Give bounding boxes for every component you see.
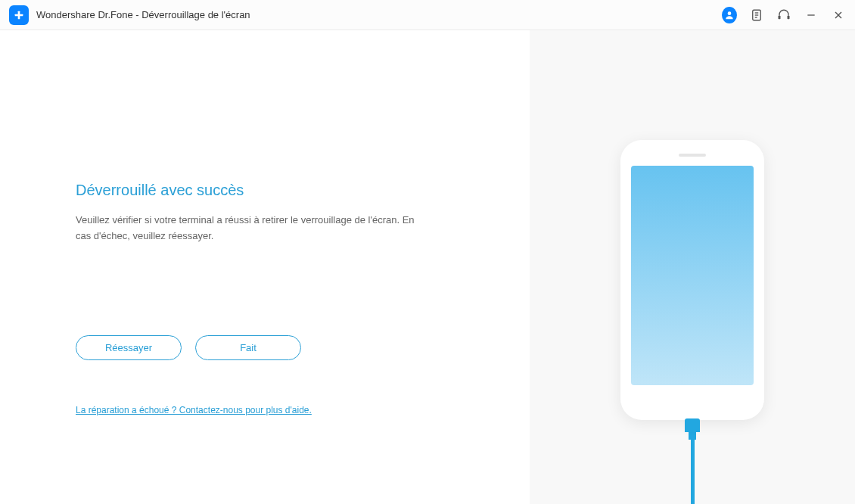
close-button[interactable]: [831, 8, 846, 23]
svg-rect-7: [779, 15, 781, 19]
app-title: Wondershare Dr.Fone - Déverrouillage de …: [36, 9, 250, 20]
phone-illustration: [620, 140, 764, 504]
success-heading: Déverrouillé avec succès: [76, 182, 530, 199]
app-logo-icon: [9, 5, 29, 25]
cable-icon: [691, 440, 695, 504]
account-icon[interactable]: [722, 8, 737, 23]
minimize-button[interactable]: [804, 8, 819, 23]
cable-connector-icon: [685, 418, 700, 432]
cable-neck-icon: [689, 432, 696, 440]
svg-point-2: [728, 11, 732, 15]
svg-rect-8: [788, 15, 790, 19]
titlebar-controls: [722, 8, 846, 23]
help-contact-link[interactable]: La réparation a échoué ? Contactez-nous …: [76, 405, 312, 415]
support-icon[interactable]: [776, 8, 791, 23]
phone-screen-icon: [631, 166, 754, 385]
svg-rect-1: [15, 14, 23, 16]
retry-button[interactable]: Réessayer: [76, 335, 182, 360]
illustration-panel: [530, 30, 855, 504]
feedback-icon[interactable]: [749, 8, 764, 23]
phone-speaker-icon: [679, 154, 706, 157]
phone-device-icon: [620, 140, 764, 420]
content-panel: Déverrouillé avec succès Veuillez vérifi…: [0, 30, 530, 504]
done-button[interactable]: Fait: [195, 335, 301, 360]
instruction-text: Veuillez vérifier si votre terminal a ré…: [76, 213, 424, 244]
titlebar: Wondershare Dr.Fone - Déverrouillage de …: [0, 0, 855, 30]
